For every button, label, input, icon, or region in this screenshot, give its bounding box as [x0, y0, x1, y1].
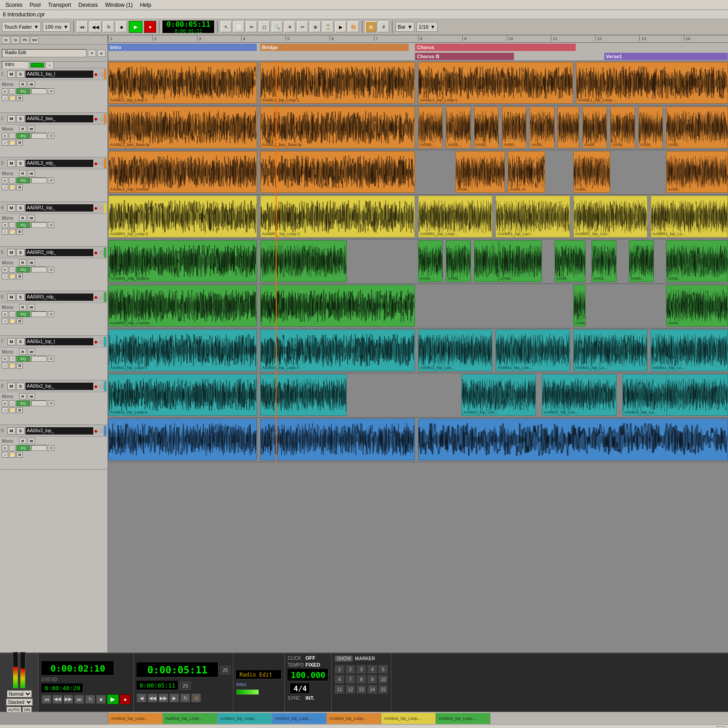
read-btn-3[interactable]: R [19, 170, 26, 177]
write-btn-2[interactable]: W [28, 126, 35, 132]
go-to-start-button[interactable]: ⏮ [77, 21, 88, 32]
marker-btn-6[interactable]: 6 [334, 675, 344, 684]
color-tool[interactable]: 🎨 [348, 21, 359, 32]
erase-tool[interactable]: ◻ [259, 21, 270, 32]
track-pan-btn-4[interactable]: ⊙ [48, 222, 54, 228]
track-rec-6[interactable]: ● [94, 293, 98, 301]
mute-btn-5[interactable]: M [7, 249, 15, 256]
btm-r2[interactable]: ◀◀ [147, 693, 157, 703]
track-rec-3[interactable]: ● [94, 160, 98, 167]
menu-devices[interactable]: Devices [75, 1, 101, 9]
solo-btn-5[interactable]: S [16, 249, 25, 256]
read-btn-2[interactable]: R [19, 126, 26, 132]
audio-clip-2-11[interactable]: AA06.. [666, 106, 728, 148]
track-fader-7[interactable] [31, 356, 47, 362]
track-folder-btn-5[interactable]: 📁 [9, 273, 15, 279]
track-folder-btn-8[interactable]: 📁 [9, 407, 15, 413]
track-e-btn-5[interactable]: e [2, 267, 8, 273]
track-pan-btn-7[interactable]: ⊙ [48, 356, 54, 362]
audio-clip-3-0[interactable]: AA06L3_mlp_Combo [108, 151, 257, 193]
track-send-btn-2[interactable]: → [9, 133, 15, 139]
btm-rec[interactable]: ● [120, 694, 131, 704]
quantize-dropdown[interactable]: 100 ms ▼ [43, 22, 71, 32]
audio-track-row-9[interactable] [108, 418, 728, 462]
section-verse1[interactable]: Verse1 [604, 53, 728, 60]
time-warp-tool[interactable]: ⌛ [323, 21, 334, 32]
wi-icon[interactable]: WI [30, 36, 39, 44]
track-rec-1[interactable]: ● [94, 71, 98, 78]
track-folder-btn-6[interactable]: 📁 [9, 318, 15, 324]
read-btn-9[interactable]: R [19, 438, 26, 444]
audio-clip-2-2[interactable]: AA06L... [418, 106, 443, 148]
loop-note[interactable]: ♪ [46, 61, 54, 69]
write-btn-6[interactable]: W [28, 304, 35, 310]
audio-clip-2-1[interactable]: AA06L2_bas_Bass-lp [260, 106, 415, 148]
audio-clip-9-2[interactable] [418, 419, 728, 460]
audio-clip-6-0[interactable]: AA06R3_mlp_Combo [108, 285, 257, 327]
track-eq-btn-9[interactable]: EQ [16, 445, 30, 451]
read-btn-6[interactable]: R [19, 304, 26, 310]
normal-mode-dropdown[interactable]: Normal [7, 690, 32, 698]
track-send-btn-4[interactable]: → [9, 222, 15, 228]
track-eq-btn-5[interactable]: EQ [16, 267, 30, 273]
track-pan-btn-3[interactable]: ⊙ [48, 177, 54, 183]
write-btn-9[interactable]: W [28, 438, 35, 444]
select-tool[interactable]: ↖ [221, 21, 232, 32]
mute-btn-1[interactable]: M [7, 71, 15, 78]
track-monitor-8[interactable]: ◁ [99, 383, 103, 389]
track-e-btn-9[interactable]: e [2, 445, 8, 451]
audio-clip-4-3[interactable]: AA06R1_lop_Loo... [495, 196, 570, 238]
strip-clip-5[interactable]: AA06x4_lop_Loop... [381, 713, 436, 724]
audio-clip-2-6[interactable]: AA06.. [530, 106, 554, 148]
solo-btn-6[interactable]: S [16, 293, 25, 301]
audio-clip-2-3[interactable]: AA06... [446, 106, 470, 148]
split-tool[interactable]: ✂ [297, 21, 308, 32]
audio-clip-3-4[interactable]: AA06.. [573, 151, 611, 193]
track-rec-4[interactable]: ● [94, 204, 98, 212]
track-ins-btn-2[interactable]: ⊞ [16, 140, 23, 146]
audio-clip-2-7[interactable] [557, 106, 579, 148]
audio-clip-3-1[interactable] [260, 151, 415, 193]
strip-clip-3[interactable]: AA06x4_lop_Loop... [272, 713, 327, 724]
track-eq-btn-1[interactable]: EQ [16, 88, 30, 94]
marker-btn-8[interactable]: 8 [356, 675, 366, 684]
track-eq-btn-6[interactable]: EQ [16, 311, 30, 317]
audio-clip-5-0[interactable]: AA06R2_mlp_Epiano [108, 240, 257, 282]
track-folder-btn-2[interactable]: 📁 [9, 140, 15, 146]
track-ins-btn-1[interactable]: ⊞ [16, 95, 23, 101]
read-btn-8[interactable]: R [19, 393, 26, 399]
track-note-btn-8[interactable]: ♪ [2, 407, 8, 413]
btm-play[interactable]: ▶ [107, 694, 119, 704]
btm-stop[interactable]: ■ [96, 695, 106, 704]
btm-r5[interactable]: ↻ [180, 693, 190, 703]
audio-clip-6-2[interactable]: AA06.. [573, 285, 586, 327]
audio-clip-7-1[interactable]: AA06x1_lop_Loop-3 [260, 329, 415, 371]
track-folder-btn-9[interactable]: 📁 [9, 452, 15, 458]
write-btn-1[interactable]: W [28, 81, 35, 87]
btm-back[interactable]: ◀◀ [52, 695, 62, 704]
solo-btn-4[interactable]: S [16, 204, 25, 212]
strip-clip-0[interactable]: AA06x4_lop_Loop... [108, 713, 163, 724]
read-btn-5[interactable]: R [19, 259, 26, 266]
range-tool[interactable]: ⬜ [233, 21, 244, 32]
track-fader-2[interactable] [31, 133, 47, 139]
audio-clip-5-7[interactable]: AA06.. [592, 240, 616, 282]
mute-tool[interactable]: ✕ [284, 21, 295, 32]
si-icon[interactable]: SI [11, 36, 20, 44]
audio-clip-4-0[interactable]: AA06R1_lop_Loop-2 [108, 196, 257, 238]
track-fader-6[interactable] [31, 311, 47, 317]
strip-clip-1[interactable]: Aa06x4_lop_Loop... [163, 713, 217, 724]
audio-clip-1-3[interactable]: AA06L1_lop_Loop-... [576, 62, 728, 104]
audio-clip-7-4[interactable]: AA06x1_lop_Lo... [573, 329, 647, 371]
arrange-e[interactable]: e [97, 50, 106, 57]
audio-clip-9-1[interactable] [260, 419, 415, 460]
solo-btn-7[interactable]: S [16, 338, 25, 345]
mute-btn-7[interactable]: M [7, 338, 15, 345]
audio-clip-2-5[interactable]: AA06.. [502, 106, 526, 148]
solo-btn-9[interactable]: S [16, 427, 25, 435]
track-send-btn-1[interactable]: → [9, 88, 15, 94]
section-chorus[interactable]: Chorus [415, 44, 576, 51]
rewind-button[interactable]: ◀◀ [90, 21, 101, 32]
btm-r6[interactable]: ⊘ [191, 693, 201, 703]
loop-select[interactable]: Intro [2, 61, 29, 69]
